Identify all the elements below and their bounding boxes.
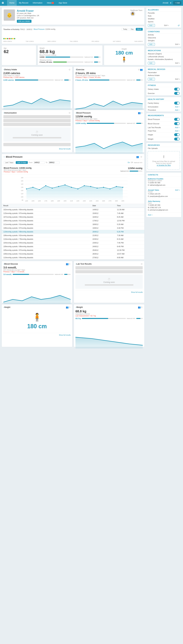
table-cell-time: 5:20 AM [115,222,144,226]
table-row: 110mmHg systolic / 78mmHg diastolic22/9/… [2,237,144,241]
fitness-exercise-toggle[interactable] [174,92,180,95]
bp-natavg-btn[interactable]: National AVG [134,162,142,164]
national-fill [94,56,99,58]
profile-age: 62 years old, Male [17,12,39,14]
lab-coming-icon: ⏱ [79,278,139,281]
timeline-today-btn[interactable]: Today [121,28,129,31]
bp-avg-progress-row: National AVG [120,170,142,172]
svg-text:160: 160 [21,177,23,178]
table-cell-date: 21/9/12 [91,234,115,237]
upload-text: Drag and drop files to upload them to yo… [151,160,176,166]
bp-expanded-header: + Blood Pressure 👥 ⚙ [2,154,144,160]
dietary-progress-row: 2,630 calories National AVG [3,79,71,81]
bp-to-input[interactable] [48,161,60,164]
timeline-day-btn[interactable]: Day [129,28,135,31]
weight-progress [82,318,126,319]
medical-devices-title: MEDICAL DEVICES [146,67,181,71]
immunization-add-btn[interactable]: Add + [175,106,180,108]
fitness-section: FITNESS Dietary Intake Exercise [146,83,181,96]
edit-profile-button[interactable]: Edit your details [17,20,32,23]
nav-information[interactable]: Information [31,0,45,6]
bg-settings-icon[interactable]: ⚙ [69,263,71,265]
profile-card: 👴 Arnold Fraser 62 years old, Male Lives… [2,8,144,25]
contact-2-edit-btn[interactable]: Edit ✎ [175,189,180,191]
allergies-edit-btn[interactable]: Edit ✎ [164,24,168,26]
meas-height-toggle[interactable] [174,133,180,136]
medical-devices-edit-btn[interactable]: Edit ✎ [175,78,180,80]
lab-settings-icon[interactable]: ⚙ [141,263,143,265]
timeline-dots-row [3,32,143,40]
metrics-grid-3: + Blood Glucose 👥 ⚙ 3.6 mmol/L AVG blood… [2,261,144,303]
allergies-refresh-icon[interactable]: ↺ [178,24,180,27]
meas-pf-add-btn[interactable]: Add + [175,130,180,132]
imm-show-full[interactable]: Show full results [59,148,71,150]
nav-home[interactable]: Home [7,0,17,6]
family-history-toggle[interactable] [174,102,180,104]
bp-last7-btn[interactable]: Last 7 days [4,161,15,164]
nav-my-record[interactable]: My Record [17,0,31,6]
contacts-add-btn[interactable]: Add + [148,214,152,216]
metrics-grid-2: + Immunization ⚙ ⏱ Coming soon Show full… [2,110,144,152]
bp-off-btn[interactable]: Off [131,162,133,164]
dietary-avg-label: 2,630 calories [3,79,14,81]
table-cell-time: 7:45 PM [115,241,144,245]
body-figure-icon: 🧍 [121,56,127,62]
allergies-add-btn[interactable]: Add + [148,24,155,27]
conditions-add-btn[interactable]: Add + [148,43,155,46]
weight-settings-icon[interactable]: ⚙ [141,306,143,308]
nav-inbox[interactable]: Inbox 2 [45,0,56,6]
svg-point-26 [97,188,98,188]
browse-link[interactable]: or browse for files [157,164,171,166]
meas-bg-toggle[interactable] [174,122,180,125]
lab-show-full[interactable]: Show full results [131,291,143,293]
bp-on-btn[interactable]: On [128,162,130,164]
timeline-week-btn[interactable]: Week [136,28,143,31]
height-label: Height [121,48,127,50]
svg-text:17/9: 17/9 [44,200,47,202]
file-upload-area[interactable]: ⬆ Drag and drop files to upload them to … [147,151,180,170]
dietary-settings-icon[interactable]: ⚙ [69,68,71,71]
medications-add-btn[interactable]: Add + [148,62,155,64]
bp-widget-settings-icon[interactable]: ⚙ [141,112,143,114]
dietary-progress [15,80,54,80]
dot-5 [11,38,12,39]
th-time: Time [115,204,144,208]
exercise-header: + Exercise ⚙ 👥 [75,68,143,71]
table-cell-time: 9:00 AM [115,256,144,260]
timeline-card: Timeline of Activity 7/9/12 - 16/9/12 Bl… [2,26,144,44]
medical-devices-add-btn[interactable]: Add + [148,78,155,80]
nav-app-store[interactable]: App Store [56,0,69,6]
conditions-edit-btn[interactable]: Edit ✎ [175,44,180,45]
meas-bp-toggle[interactable] [174,118,180,121]
bp-expand-settings-icon[interactable]: ⚙ [140,156,142,158]
exercise-settings-icon[interactable]: ⚙ [138,68,140,71]
fitness-dietary-toggle[interactable] [174,88,180,90]
exercise-fill [89,80,109,80]
height-metric-card: + Height 👥 ⚙ 🧍 180 cm Show full results [2,304,72,347]
weight-title: Weight [76,306,83,308]
nav-user-dropdown[interactable]: ▾ [169,2,172,4]
contact-2-role: Friend [148,191,180,193]
fitness-exercise-label: Exercise [148,92,155,94]
condition-2: Glaucoma [146,36,181,39]
bp-widget-fill [87,123,114,124]
th-date[interactable]: Date [91,204,115,208]
height-settings-icon[interactable]: ⚙ [69,306,71,308]
imm-settings-icon[interactable]: ⚙ [69,112,71,114]
svg-point-15 [26,188,27,190]
svg-text:150: 150 [21,180,23,182]
bp-last14-btn[interactable]: Last 14 days [16,161,28,164]
bg-national-bar [64,274,71,275]
bg-title: Blood Glucose [4,263,18,265]
bp-from-input[interactable] [33,161,45,164]
meas-lab-add-btn[interactable]: Add + [175,126,180,128]
nav-add-button[interactable]: + Add [173,1,181,5]
contact-2-header: Joseph Yates Edit ✎ [148,189,180,191]
meas-weight-toggle[interactable] [174,138,180,140]
height-users-icon: 👥 [66,306,69,308]
procedure-add-btn[interactable]: Add + [175,109,180,111]
height-show-full[interactable]: Show full results [59,334,71,336]
bp-widget-title: Blood Pressure [76,112,91,114]
imm-bar-2 [3,119,71,122]
medications-edit-btn[interactable]: Edit ✎ [175,62,180,64]
